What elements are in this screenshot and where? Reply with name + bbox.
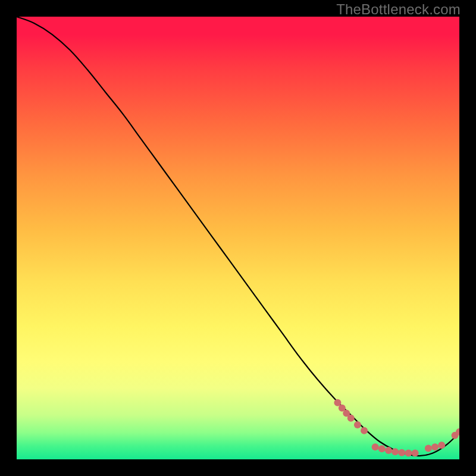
chart-frame: TheBottleneck.com <box>0 0 476 476</box>
marker-dot <box>425 444 432 452</box>
watermark-text: TheBottleneck.com <box>336 1 461 18</box>
marker-dot <box>438 441 445 449</box>
plot-area <box>17 17 459 459</box>
marker-dot <box>361 427 368 434</box>
marker-dot <box>431 443 439 450</box>
marker-dot <box>392 448 399 455</box>
marker-dot <box>385 447 392 454</box>
marker-dot <box>398 449 405 456</box>
marker-group <box>334 399 459 457</box>
marker-dot <box>412 450 419 457</box>
chart-svg <box>17 17 459 459</box>
marker-dot <box>372 443 379 450</box>
marker-dot <box>378 445 386 452</box>
curve-line <box>17 17 459 456</box>
marker-dot <box>405 450 412 457</box>
marker-dot <box>347 415 355 422</box>
marker-dot <box>354 421 361 428</box>
